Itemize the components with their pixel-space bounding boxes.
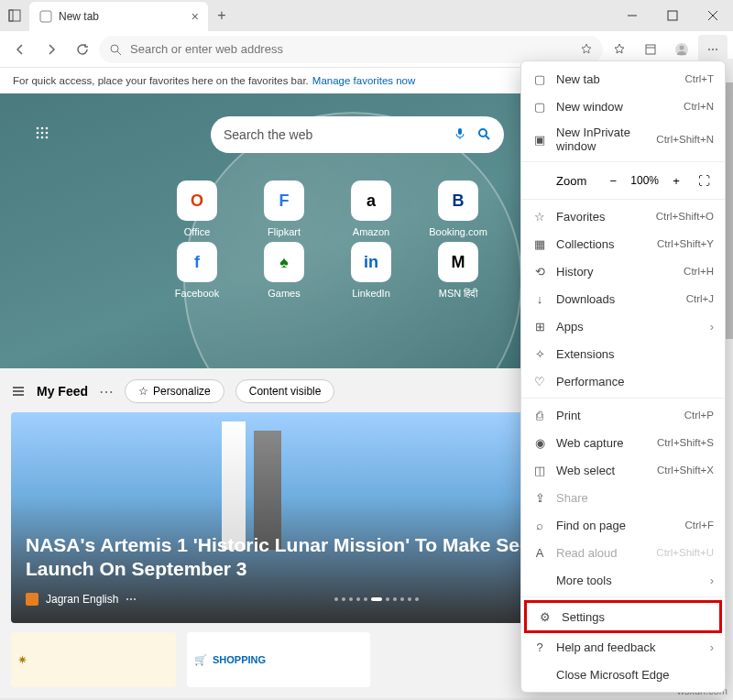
star-add-icon[interactable] (579, 42, 594, 57)
svg-rect-1 (9, 10, 13, 21)
refresh-button[interactable] (68, 35, 97, 64)
browser-tab[interactable]: New tab × (29, 2, 208, 31)
menu-favorites[interactable]: ☆FavoritesCtrl+Shift+O (521, 202, 725, 230)
article-menu-icon[interactable]: ⋯ (126, 593, 137, 606)
svg-point-22 (37, 137, 39, 139)
menu-print[interactable]: ⎙PrintCtrl+P (521, 401, 725, 429)
svg-point-19 (37, 132, 39, 135)
star-icon: ☆ (532, 209, 547, 224)
svg-point-23 (41, 137, 44, 139)
menu-downloads[interactable]: ↓DownloadsCtrl+J (521, 285, 725, 312)
quick-links-grid: OOfficeFFlipkartaAmazonBBooking.comfFace… (156, 180, 499, 300)
hamburger-icon[interactable] (11, 384, 26, 399)
tab-actions-icon[interactable] (0, 1, 29, 30)
svg-point-16 (37, 127, 39, 130)
menu-web-capture[interactable]: ◉Web captureCtrl+Shift+S (521, 429, 725, 456)
svg-point-12 (680, 45, 684, 49)
collections-menu-icon: ▦ (532, 236, 547, 251)
svg-point-20 (41, 132, 44, 135)
page-icon (38, 9, 53, 24)
gear-icon: ⚙ (538, 609, 552, 624)
zoom-out-button[interactable]: − (603, 170, 623, 191)
quick-link-games[interactable]: ♠Games (243, 242, 325, 300)
personalize-button[interactable]: ☆ Personalize (125, 379, 224, 403)
close-window-button[interactable] (693, 1, 733, 30)
menu-new-tab[interactable]: ▢New tabCtrl+T (521, 65, 725, 93)
address-bar[interactable] (99, 36, 603, 63)
menu-history[interactable]: ⟲HistoryCtrl+H (521, 257, 725, 285)
feed-title: My Feed (37, 384, 88, 399)
menu-close-edge[interactable]: Close Microsoft Edge (521, 661, 725, 688)
svg-point-21 (46, 132, 49, 135)
capture-icon: ◉ (532, 435, 547, 450)
svg-line-8 (117, 51, 121, 55)
quick-link-amazon[interactable]: aAmazon (330, 180, 412, 237)
menu-collections[interactable]: ▦CollectionsCtrl+Shift+Y (521, 230, 725, 257)
svg-point-17 (41, 127, 44, 130)
new-tab-button[interactable]: + (208, 2, 235, 29)
svg-point-13 (708, 49, 710, 50)
profile-icon[interactable] (667, 35, 696, 64)
menu-new-window[interactable]: ▢New windowCtrl+N (521, 93, 725, 120)
zoom-value: 100% (630, 174, 659, 187)
quick-link-office[interactable]: OOffice (156, 180, 238, 237)
favorites-bar-text: For quick access, place your favorites h… (13, 75, 309, 86)
menu-help[interactable]: ?Help and feedback› (521, 633, 725, 661)
search-icon (108, 42, 123, 57)
maximize-button[interactable] (652, 1, 693, 30)
menu-more-tools[interactable]: More tools› (521, 566, 725, 594)
svg-rect-0 (9, 10, 20, 21)
article-source: Jagran English (46, 593, 118, 606)
zoom-in-button[interactable]: + (666, 170, 686, 191)
quick-link-flipkart[interactable]: FFlipkart (243, 180, 325, 237)
rocket-image (222, 421, 246, 550)
search-submit-icon[interactable] (476, 126, 491, 144)
quick-link-linkedin[interactable]: inLinkedIn (330, 242, 412, 300)
apps-grid-icon[interactable] (35, 126, 49, 144)
new-window-icon: ▢ (532, 99, 547, 114)
inprivate-icon: ▣ (532, 132, 547, 147)
share-menu-icon: ⇪ (532, 490, 547, 505)
collections-icon[interactable] (636, 35, 665, 64)
history-icon: ⟲ (532, 264, 547, 279)
svg-rect-4 (668, 11, 677, 20)
select-icon: ◫ (532, 463, 547, 477)
feed-more-icon[interactable]: ⋯ (99, 383, 114, 400)
card-left[interactable]: ✴ (11, 632, 176, 687)
tab-close-icon[interactable]: × (191, 9, 199, 24)
apps-icon: ⊞ (532, 319, 547, 334)
minimize-button[interactable] (612, 1, 652, 30)
performance-icon: ♡ (532, 374, 547, 388)
menu-web-select[interactable]: ◫Web selectCtrl+Shift+X (521, 456, 725, 484)
more-menu: ▢New tabCtrl+T ▢New windowCtrl+N ▣New In… (520, 60, 726, 693)
web-search-box[interactable]: Search the web (211, 116, 504, 153)
menu-read-aloud: ARead aloudCtrl+Shift+U (521, 539, 725, 566)
menu-extensions[interactable]: ✧Extensions (521, 340, 725, 367)
menu-apps[interactable]: ⊞Apps› (521, 312, 725, 340)
favorites-icon[interactable] (605, 35, 634, 64)
mic-icon[interactable] (453, 126, 467, 144)
quick-link-msn हिंदी[interactable]: MMSN हिंदी (417, 242, 499, 300)
svg-point-26 (479, 129, 487, 137)
menu-performance[interactable]: ♡Performance (521, 367, 725, 395)
new-tab-icon: ▢ (532, 71, 547, 86)
fullscreen-icon[interactable]: ⛶ (694, 170, 714, 191)
find-icon: ⌕ (532, 518, 547, 532)
quick-link-facebook[interactable]: fFacebook (156, 242, 238, 300)
menu-new-inprivate[interactable]: ▣New InPrivate windowCtrl+Shift+N (521, 120, 725, 159)
forward-button[interactable] (37, 35, 66, 64)
print-icon: ⎙ (532, 408, 547, 422)
manage-favorites-link[interactable]: Manage favorites now (312, 75, 416, 86)
download-icon: ↓ (532, 291, 547, 306)
address-input[interactable] (130, 42, 572, 56)
content-visible-button[interactable]: Content visible (235, 379, 335, 403)
menu-find[interactable]: ⌕Find on pageCtrl+F (521, 511, 725, 539)
read-aloud-icon: A (532, 545, 547, 560)
menu-share: ⇪Share (521, 484, 725, 511)
svg-point-24 (46, 137, 49, 139)
quick-link-booking.com[interactable]: BBooking.com (417, 180, 499, 237)
back-button[interactable] (5, 35, 35, 64)
tower-image (254, 431, 281, 550)
menu-settings[interactable]: ⚙Settings (527, 603, 719, 630)
shopping-card[interactable]: 🛒 SHOPPING (187, 632, 370, 687)
